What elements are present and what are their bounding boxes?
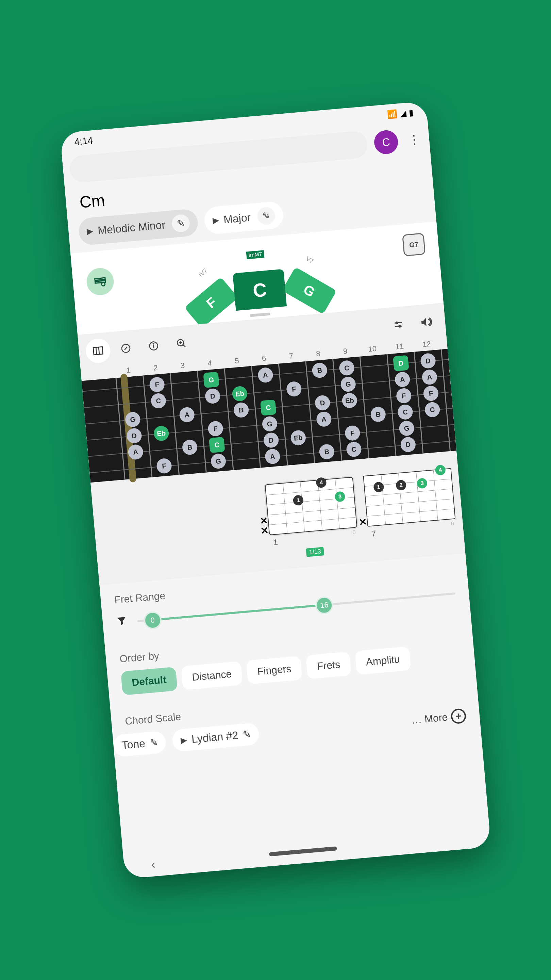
chord-scale-chip-lydian[interactable]: ▶ Lydian #2 ✎ bbox=[172, 722, 260, 752]
chip-label: Lydian #2 bbox=[191, 729, 239, 746]
edit-icon[interactable]: ✎ bbox=[243, 729, 251, 740]
wheel-segment-c[interactable]: C bbox=[233, 269, 287, 311]
fretboard-note[interactable]: G bbox=[262, 416, 278, 432]
wheel-segment-g[interactable]: G bbox=[282, 267, 337, 314]
scale-chip-melodic-minor[interactable]: ▶ Melodic Minor ✎ bbox=[78, 208, 199, 246]
fretboard-note[interactable]: B bbox=[182, 439, 198, 456]
svg-line-11 bbox=[183, 345, 185, 347]
fretboard-note[interactable]: D bbox=[400, 437, 416, 453]
svg-line-4 bbox=[96, 347, 97, 355]
fretboard-note[interactable]: C bbox=[339, 360, 355, 376]
fret-number: 3 bbox=[169, 360, 197, 371]
fretboard-note[interactable]: B bbox=[233, 402, 249, 418]
edit-button[interactable] bbox=[113, 335, 139, 362]
chord-scale-chip-tone[interactable]: Tone ✎ bbox=[113, 730, 167, 757]
fret-number: 4 bbox=[196, 358, 224, 369]
scale-chip-major[interactable]: ▶ Major ✎ bbox=[203, 201, 284, 235]
chord-diagram-card[interactable]: ✕ ✕ 4 1 3 1 0 1/13 bbox=[265, 477, 359, 560]
order-chip-distance[interactable]: Distance bbox=[181, 661, 243, 690]
fretboard-note[interactable]: B bbox=[319, 444, 335, 460]
range-max-thumb[interactable]: 16 bbox=[314, 596, 333, 615]
fretboard-note[interactable]: G bbox=[203, 372, 219, 388]
fretboard-note[interactable]: C bbox=[150, 393, 167, 409]
fret-number: 10 bbox=[359, 343, 386, 355]
fretboard-note[interactable]: D bbox=[263, 432, 279, 449]
chip-label: Melodic Minor bbox=[97, 218, 166, 237]
fretboard-note[interactable]: D bbox=[314, 395, 330, 411]
svg-line-8 bbox=[154, 345, 154, 348]
wheel-segment-f[interactable]: F bbox=[184, 277, 238, 328]
zoom-button[interactable] bbox=[168, 330, 195, 356]
svg-point-2 bbox=[102, 282, 105, 286]
fretboard-note[interactable]: F bbox=[208, 421, 224, 437]
edit-icon[interactable]: ✎ bbox=[176, 218, 185, 229]
fretboard-note[interactable]: F bbox=[149, 376, 165, 393]
battery-icon: ▮ bbox=[408, 108, 414, 118]
back-icon[interactable]: ‹ bbox=[151, 857, 156, 872]
fretboard-note[interactable]: A bbox=[394, 371, 411, 388]
settings-sliders-icon[interactable] bbox=[385, 311, 411, 338]
fretboard-note[interactable]: C bbox=[397, 404, 414, 420]
fretboard-note[interactable]: D bbox=[393, 355, 409, 372]
fretboard-note[interactable]: F bbox=[395, 388, 412, 404]
play-icon: ▶ bbox=[212, 215, 219, 225]
order-chip-amplitu[interactable]: Amplitu bbox=[355, 646, 411, 675]
fretboard-note[interactable]: F bbox=[286, 381, 302, 397]
fretboard-note[interactable]: F bbox=[423, 385, 439, 401]
visibility-toggle-button[interactable] bbox=[86, 267, 115, 296]
fretboard-note[interactable]: A bbox=[316, 411, 332, 427]
fretboard-note[interactable]: Eb bbox=[290, 430, 306, 446]
fretboard-note[interactable]: C bbox=[260, 399, 276, 416]
fretboard-note[interactable]: C bbox=[209, 437, 225, 453]
phone-frame: 4:14 📶 ◢ ▮ C ⋮ Cm ▶ Melodic Minor ✎ ▶ Ma… bbox=[60, 101, 491, 879]
edit-icon[interactable]: ✎ bbox=[262, 210, 271, 222]
fretboard-note[interactable]: G bbox=[340, 376, 356, 392]
sound-button[interactable] bbox=[413, 309, 440, 336]
svg-rect-3 bbox=[93, 347, 103, 355]
fretboard-note[interactable]: A bbox=[257, 367, 274, 383]
fretboard-note[interactable]: B bbox=[311, 363, 328, 379]
fretboard-note[interactable]: F bbox=[156, 458, 172, 474]
piano-view-button[interactable] bbox=[85, 337, 111, 364]
fretboard-note[interactable]: A bbox=[265, 449, 281, 465]
edit-icon[interactable]: ✎ bbox=[149, 737, 158, 749]
avatar[interactable]: C bbox=[373, 129, 399, 155]
play-icon: ▶ bbox=[86, 226, 93, 236]
fret-number: 6 bbox=[250, 353, 278, 364]
fretboard-note[interactable]: G bbox=[210, 453, 227, 469]
fret-number: 5 bbox=[223, 355, 251, 366]
fretboard-note[interactable]: Eb bbox=[341, 392, 358, 409]
fret-number: 8 bbox=[305, 348, 332, 360]
chord-library-button[interactable]: G7 bbox=[402, 233, 426, 256]
info-button[interactable] bbox=[140, 333, 167, 360]
chord-start-fret: 1 bbox=[272, 536, 279, 549]
fretboard-note[interactable]: Eb bbox=[232, 385, 248, 402]
fret-number: 12 bbox=[413, 339, 440, 350]
home-pill[interactable] bbox=[269, 846, 337, 856]
signal-icon: ◢ bbox=[400, 108, 407, 118]
range-min-thumb[interactable]: 0 bbox=[143, 611, 162, 630]
order-chip-default[interactable]: Default bbox=[121, 667, 178, 695]
fret-number: 2 bbox=[141, 363, 169, 374]
fretboard-note[interactable]: C bbox=[346, 441, 362, 458]
order-chip-fingers[interactable]: Fingers bbox=[246, 656, 303, 684]
android-nav-bar: ‹ bbox=[123, 823, 491, 879]
fretboard-note[interactable]: C bbox=[424, 401, 440, 418]
fretboard-note[interactable]: D bbox=[205, 388, 221, 404]
fretboard-note[interactable]: Eb bbox=[153, 425, 169, 442]
chord-grid: ✕ ✕ 4 1 3 bbox=[265, 477, 357, 535]
more-chord-scales-button[interactable]: … More + bbox=[411, 708, 467, 727]
chord-diagram-card[interactable]: ✕ 4 1 2 3 7 0 bbox=[363, 468, 457, 552]
fretboard-note[interactable]: G bbox=[399, 420, 415, 437]
fretboard-note[interactable]: B bbox=[370, 406, 386, 423]
fret-number: 11 bbox=[386, 341, 414, 352]
fretboard-note[interactable]: F bbox=[344, 425, 360, 441]
more-menu-icon[interactable]: ⋮ bbox=[404, 132, 423, 148]
fretboard-note[interactable]: D bbox=[420, 353, 437, 369]
fretboard-note[interactable]: A bbox=[421, 369, 438, 385]
chord-grid: ✕ 4 1 2 3 bbox=[363, 468, 456, 527]
chip-label: Tone bbox=[121, 737, 146, 752]
filter-icon[interactable] bbox=[116, 615, 127, 630]
order-chip-frets[interactable]: Frets bbox=[306, 652, 351, 679]
fretboard-note[interactable]: A bbox=[179, 407, 195, 423]
